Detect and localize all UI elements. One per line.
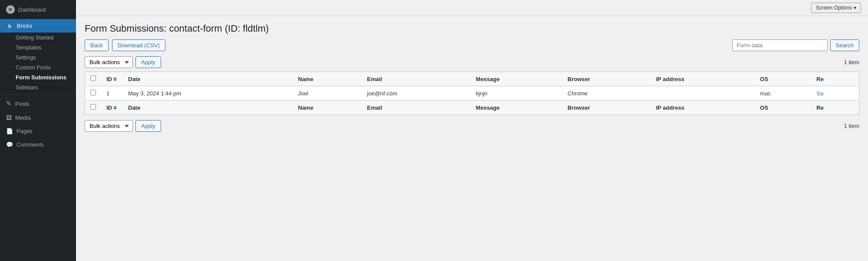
- media-icon: 🖼: [6, 114, 12, 121]
- bulk-left-top: Bulk actions Apply: [85, 56, 161, 68]
- svg-text:W: W: [9, 7, 12, 12]
- submissions-table: ID Date Name Email Message Browser IP ad…: [85, 72, 859, 115]
- row-browser: Chrome: [562, 86, 651, 101]
- apply-button-bottom[interactable]: Apply: [135, 120, 161, 132]
- templates-label: Templates: [16, 44, 41, 51]
- sidebar-item-bricks[interactable]: b Bricks: [0, 19, 76, 33]
- sidebar-item-settings[interactable]: Settings: [0, 52, 76, 62]
- comments-label: Comments: [17, 141, 44, 148]
- row-checkbox[interactable]: [90, 90, 96, 95]
- chevron-down-icon: ▾: [854, 5, 856, 11]
- th-os: OS: [755, 72, 811, 86]
- sidebar-item-form-submissions[interactable]: Form Submissions: [0, 72, 76, 82]
- bottom-bulk-bar: Bulk actions Apply 1 item: [85, 120, 859, 132]
- item-count-top: 1 item: [844, 59, 859, 65]
- bulk-actions-select-top[interactable]: Bulk actions: [85, 56, 133, 68]
- back-button[interactable]: Back: [85, 39, 109, 51]
- sidebar-item-sidebars[interactable]: Sidebars: [0, 82, 76, 92]
- wp-logo: W: [6, 5, 15, 14]
- row-name: Joel: [293, 86, 362, 101]
- pages-label: Pages: [17, 128, 33, 134]
- custom-fonts-label: Custom Fonts: [16, 64, 51, 71]
- form-submissions-label: Form Submissions: [16, 74, 66, 81]
- th-checkbox: [85, 72, 102, 86]
- sidebars-label: Sidebars: [16, 84, 38, 91]
- media-label: Media: [15, 114, 30, 121]
- th-actions: Re: [811, 72, 859, 86]
- search-area: Search: [732, 39, 859, 51]
- getting-started-label: Getting Started: [16, 34, 53, 41]
- dashboard-label: Dashboard: [18, 7, 46, 13]
- row-os: mac: [755, 86, 811, 101]
- table-footer-row: ID Date Name Email Message Browser IP ad…: [85, 101, 859, 115]
- page-title: Form Submissions: contact-form (ID: fldt…: [85, 23, 859, 34]
- settings-label: Settings: [16, 54, 36, 61]
- th-ip-address: IP address: [651, 72, 755, 86]
- row-action[interactable]: Sa: [811, 86, 859, 101]
- th-footer-actions: Re: [811, 101, 859, 115]
- row-date: May 3, 2024 1:44 pm: [123, 86, 293, 101]
- th-footer-date: Date: [123, 101, 293, 115]
- row-email: joe@nf.com: [362, 86, 470, 101]
- bulk-actions-select-bottom[interactable]: Bulk actions: [85, 120, 133, 132]
- screen-options-label: Screen Options: [816, 5, 852, 11]
- sidebar-item-media[interactable]: 🖼 Media: [0, 111, 76, 124]
- th-footer-ip: IP address: [651, 101, 755, 115]
- bricks-icon: b: [6, 23, 13, 29]
- posts-icon: ✎: [6, 100, 12, 108]
- row-id: 1: [101, 86, 123, 101]
- screen-options-button[interactable]: Screen Options ▾: [811, 3, 861, 13]
- th-footer-os: OS: [755, 101, 811, 115]
- th-browser: Browser: [562, 72, 651, 86]
- th-email: Email: [362, 72, 470, 86]
- th-footer-email: Email: [362, 101, 470, 115]
- search-button[interactable]: Search: [830, 39, 859, 51]
- row-action-link[interactable]: Sa: [816, 90, 823, 97]
- bricks-label: Bricks: [17, 23, 32, 29]
- top-bar: Screen Options ▾: [76, 0, 868, 16]
- th-footer-id[interactable]: ID: [101, 101, 123, 115]
- th-footer-checkbox: [85, 101, 102, 115]
- th-name: Name: [293, 72, 362, 86]
- sidebar-item-pages[interactable]: 📄 Pages: [0, 124, 76, 138]
- sidebar-item-getting-started[interactable]: Getting Started: [0, 33, 76, 42]
- sidebar-item-posts[interactable]: ✎ Posts: [0, 96, 76, 111]
- select-all-checkbox-bottom[interactable]: [90, 104, 96, 110]
- th-footer-id-label: ID: [106, 104, 112, 111]
- main-content: Screen Options ▾ Form Submissions: conta…: [76, 0, 868, 261]
- th-footer-message: Message: [471, 101, 562, 115]
- posts-label: Posts: [15, 101, 30, 107]
- item-count-bottom: 1 item: [844, 123, 859, 129]
- pages-icon: 📄: [6, 128, 13, 134]
- table-row: 1 May 3, 2024 1:44 pm Joel joe@nf.com kj…: [85, 86, 859, 101]
- th-footer-name: Name: [293, 101, 362, 115]
- th-date: Date: [123, 72, 293, 86]
- th-footer-browser: Browser: [562, 101, 651, 115]
- sidebar-dashboard-item[interactable]: W Dashboard: [0, 0, 76, 19]
- th-id[interactable]: ID: [101, 72, 123, 86]
- apply-button-top[interactable]: Apply: [135, 56, 161, 68]
- select-all-checkbox-top[interactable]: [90, 75, 96, 81]
- row-message: kjnjn: [471, 86, 562, 101]
- sidebar-item-custom-fonts[interactable]: Custom Fonts: [0, 62, 76, 72]
- table-header-row: ID Date Name Email Message Browser IP ad…: [85, 72, 859, 86]
- row-checkbox-cell: [85, 86, 102, 101]
- sort-icon-footer: [113, 106, 117, 110]
- page-content: Form Submissions: contact-form (ID: fldt…: [76, 16, 868, 261]
- sort-icon: [113, 77, 117, 81]
- action-bar: Back Download (CSV) Search: [85, 39, 859, 51]
- th-id-label: ID: [106, 76, 112, 82]
- row-ip: [651, 86, 755, 101]
- sidebar-item-templates[interactable]: Templates: [0, 42, 76, 52]
- sidebar-item-comments[interactable]: 💬 Comments: [0, 138, 76, 151]
- th-message: Message: [471, 72, 562, 86]
- comments-icon: 💬: [6, 141, 13, 148]
- search-input[interactable]: [732, 39, 828, 51]
- sidebar: W Dashboard b Bricks Getting Started Tem…: [0, 0, 76, 261]
- download-csv-button[interactable]: Download (CSV): [112, 39, 165, 51]
- bulk-left-bottom: Bulk actions Apply: [85, 120, 161, 132]
- top-bulk-bar: Bulk actions Apply 1 item: [85, 56, 859, 68]
